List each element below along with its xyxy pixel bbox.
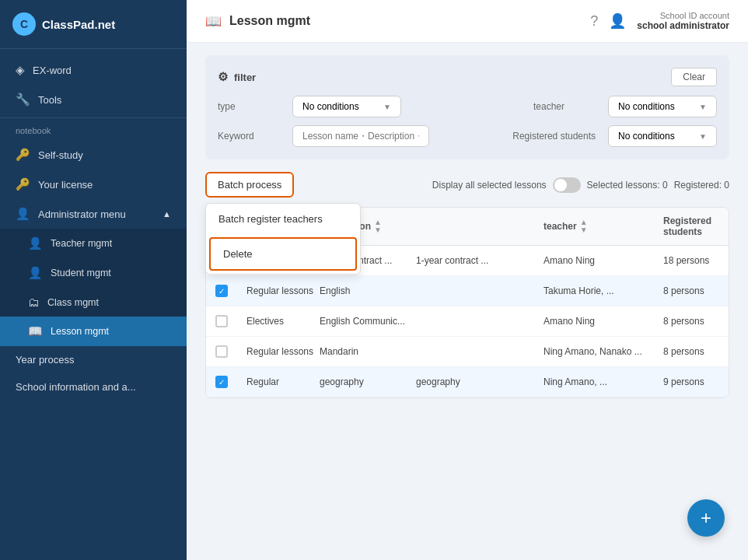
sidebar-item-lesson-mgmt[interactable]: 📖 Lesson mgmt (0, 317, 187, 346)
row2-type: Regular lessons (246, 285, 316, 296)
row4-checkbox[interactable] (215, 345, 228, 358)
sidebar-item-label: Lesson mgmt (51, 326, 109, 337)
sort-teacher-icon[interactable]: ▲▼ (580, 219, 588, 234)
row5-desc2: geography (416, 376, 540, 387)
license-icon: 🔑 (16, 177, 30, 191)
sidebar-item-label: School information and a... (16, 381, 136, 393)
th-registered: Registered students ▲▼ (663, 215, 729, 237)
clear-button[interactable]: Clear (671, 68, 717, 86)
notebook-label: notebook (0, 121, 187, 140)
filter-label: filter (234, 72, 256, 83)
fab-button[interactable]: + (687, 499, 725, 537)
row1-registered: 18 persons (663, 255, 729, 266)
row2-registered: 8 persons (663, 285, 729, 296)
teacher-select[interactable]: No conditions ▼ (608, 96, 717, 117)
row3-registered: 8 persons (663, 316, 729, 327)
th-teacher: teacher ▲▼ (544, 215, 660, 237)
table-row: ✓ Regular geography geography Ning Amano… (206, 367, 729, 397)
filter-row-1: type No conditions ▼ teacher No conditio… (218, 96, 717, 117)
sidebar-item-label: Class mgmt (47, 297, 99, 308)
sidebar-item-year-process[interactable]: Year process (0, 346, 187, 373)
teacher-icon: 👤 (28, 236, 43, 250)
class-icon: 🗂 (28, 296, 40, 309)
row2-checkbox[interactable]: ✓ (215, 285, 228, 297)
type-chevron: ▼ (383, 103, 391, 111)
delete-item[interactable]: Delete (209, 237, 357, 271)
table-row: Electives English Communic... Amano Ning… (206, 306, 729, 337)
registered-value: No conditions (618, 131, 675, 142)
batch-process-button[interactable]: Batch process (205, 172, 294, 198)
teacher-value: No conditions (618, 101, 675, 112)
row5-checkbox[interactable]: ✓ (215, 376, 228, 388)
row5-registered: 9 persons (663, 376, 729, 387)
type-value: No conditions (302, 101, 359, 112)
sidebar-item-label: Self-study (38, 149, 83, 161)
row5-desc1: geography (320, 376, 413, 387)
toolbar: Batch process Batch register teachers De… (205, 172, 729, 198)
table-row: Regular lessons Mandarin Ning Amano, Nan… (206, 337, 729, 367)
logo-icon: C (12, 12, 36, 36)
sidebar-item-your-license[interactable]: 🔑 Your license (0, 170, 187, 199)
sort-desc-icon[interactable]: ▲▼ (374, 219, 382, 234)
row4-registered: 8 persons (663, 346, 729, 357)
filter-row-2: Keyword Registered students No condition… (218, 125, 717, 147)
fab-icon: + (701, 507, 711, 529)
registered-label: Registered students (512, 131, 596, 142)
main-content: 📖 Lesson mgmt ? 👤 School ID account scho… (187, 0, 748, 560)
row1-teacher: Amano Ning (544, 255, 660, 266)
row4-type: Regular lessons (246, 346, 316, 357)
chevron-up-icon: ▲ (163, 209, 171, 219)
toggle-section: Display all selected lessons Selected le… (432, 177, 729, 193)
sidebar-item-label: Student mgmt (51, 268, 111, 278)
batch-register-item[interactable]: Batch register teachers (206, 204, 360, 234)
sidebar-item-tools[interactable]: 🔧 Tools (0, 85, 187, 114)
sidebar-item-label: Teacher mgmt (51, 238, 112, 249)
keyword-input[interactable] (292, 125, 429, 147)
row1-desc2: 1-year contract ... (416, 255, 540, 266)
row2-desc1: English (320, 285, 413, 296)
sidebar-logo: C ClassPad.net (0, 0, 187, 49)
student-icon: 👤 (28, 266, 43, 280)
teacher-label: teacher (533, 101, 596, 112)
content-area: ⚙ filter Clear type No conditions ▼ teac… (187, 43, 748, 560)
header-right: ? 👤 School ID account school administrat… (590, 11, 729, 31)
filter-header: ⚙ filter Clear (218, 68, 717, 86)
admin-submenu: 👤 Teacher mgmt 👤 Student mgmt 🗂 Class mg… (0, 229, 187, 346)
sidebar-item-ex-word[interactable]: ◈ EX-word (0, 55, 187, 85)
row4-desc1: Mandarin (320, 346, 413, 357)
sidebar-item-student-mgmt[interactable]: 👤 Student mgmt (0, 258, 187, 288)
sidebar-item-teacher-mgmt[interactable]: 👤 Teacher mgmt (0, 229, 187, 258)
batch-process-dropdown: Batch register teachers Delete (205, 203, 361, 275)
toggle-knob (554, 179, 567, 191)
lesson-icon: 📖 (28, 324, 43, 338)
batch-process-container: Batch process Batch register teachers De… (205, 172, 294, 198)
row3-teacher: Amano Ning (544, 316, 660, 327)
ex-word-icon: ◈ (16, 63, 25, 77)
self-study-icon: 🔑 (16, 148, 30, 162)
table-row: ✓ Regular lessons English Takuma Horie, … (206, 276, 729, 306)
sidebar-item-school-info[interactable]: School information and a... (0, 373, 187, 401)
type-select[interactable]: No conditions ▼ (292, 96, 401, 117)
sidebar-item-label: Administrator menu (38, 208, 126, 220)
admin-icon: 👤 (16, 207, 30, 221)
sidebar-item-label: Your license (38, 179, 93, 191)
sidebar: C ClassPad.net ◈ EX-word 🔧 Tools noteboo… (0, 0, 187, 560)
display-toggle[interactable] (553, 177, 581, 193)
row2-teacher: Takuma Horie, ... (544, 285, 660, 296)
row4-teacher: Ning Amano, Nanako ... (544, 346, 660, 357)
user-icon[interactable]: 👤 (609, 12, 626, 30)
account-line1: School ID account (660, 11, 729, 20)
row5-teacher: Ning Amano, ... (544, 376, 660, 387)
help-icon[interactable]: ? (590, 13, 598, 30)
sidebar-item-class-mgmt[interactable]: 🗂 Class mgmt (0, 288, 187, 317)
sidebar-item-label: Year process (16, 354, 74, 366)
registered-select[interactable]: No conditions ▼ (608, 125, 717, 147)
sidebar-item-label: Tools (38, 94, 61, 106)
page-title: Lesson mgmt (229, 14, 310, 28)
row3-checkbox[interactable] (215, 315, 228, 327)
sidebar-item-self-study[interactable]: 🔑 Self-study (0, 140, 187, 170)
page-header: 📖 Lesson mgmt ? 👤 School ID account scho… (187, 0, 748, 43)
sidebar-item-administrator-menu[interactable]: 👤 Administrator menu ▲ (0, 199, 187, 229)
registered-info: Registered: 0 (674, 180, 729, 191)
account-info: School ID account school administrator (637, 11, 729, 31)
